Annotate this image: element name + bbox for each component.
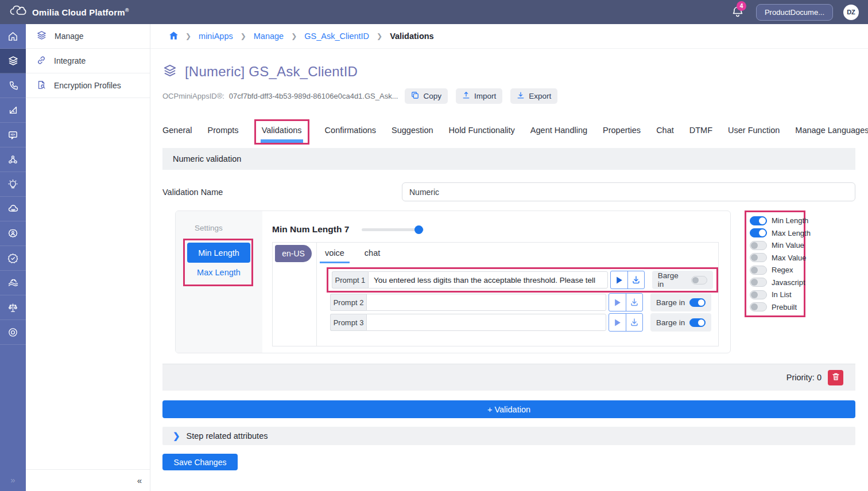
- ocp-cloud-logo-icon: [9, 5, 26, 20]
- rail-badge-check-icon[interactable]: [0, 246, 26, 271]
- tab-properties[interactable]: Properties: [603, 119, 641, 135]
- breadcrumb-separator: ❯: [291, 32, 297, 40]
- prompt-1-input[interactable]: [368, 271, 608, 289]
- tab-hold-functionality[interactable]: Hold Functionality: [449, 119, 515, 135]
- sidebar-item-label: Integrate: [54, 56, 86, 65]
- prompt-1-audio-controls: [610, 271, 645, 289]
- priority-label: Priority: 0: [786, 373, 822, 382]
- tab-confirmations[interactable]: Confirmations: [325, 119, 376, 135]
- save-changes-button[interactable]: Save Changes: [162, 454, 238, 470]
- prompt-3-label: Prompt 3: [330, 314, 366, 331]
- prebuilt-toggle[interactable]: [750, 302, 767, 311]
- sidebar-item-integrate[interactable]: Integrate: [26, 49, 150, 73]
- secondary-sidebar: Manage Integrate Encryption Profiles «: [26, 24, 150, 491]
- copy-button[interactable]: Copy: [405, 88, 448, 104]
- rail-user-gear-icon[interactable]: [0, 221, 26, 246]
- rail-lightbulb-icon[interactable]: [0, 172, 26, 197]
- miniapp-tabs: General Prompts Validations Confirmation…: [162, 119, 855, 146]
- toggle-row-min-length: Min Length: [750, 215, 800, 227]
- sidebar-item-manage[interactable]: Manage: [26, 24, 150, 49]
- notifications-bell-icon[interactable]: 4: [731, 5, 746, 20]
- prompt-2-label: Prompt 2: [330, 294, 366, 311]
- add-validation-button[interactable]: + Validation: [162, 400, 855, 418]
- tab-validations-highlight-annotation: Validations: [254, 119, 309, 145]
- prompt-2-input[interactable]: [366, 294, 606, 311]
- barge-in-toggle[interactable]: [691, 276, 707, 285]
- delete-validation-button[interactable]: [828, 370, 843, 385]
- tab-manage-languages[interactable]: Manage Languages: [795, 119, 868, 135]
- rail-home-icon[interactable]: [0, 24, 26, 49]
- prompt-3-barge-in: Barge in: [650, 313, 711, 332]
- export-button[interactable]: Export: [510, 88, 557, 104]
- min-length-setting-button[interactable]: Min Length: [187, 243, 250, 263]
- account-menu-button[interactable]: ProductDocume...: [756, 4, 833, 21]
- rail-miniapps-layers-icon[interactable]: [0, 49, 26, 73]
- validation-section-header: Numeric validation: [162, 148, 855, 170]
- prompt-3-input[interactable]: [366, 314, 606, 331]
- breadcrumb-home-icon[interactable]: [169, 32, 178, 41]
- tab-general[interactable]: General: [162, 119, 192, 135]
- play-audio-icon[interactable]: [611, 271, 627, 289]
- tab-dtmf[interactable]: DTMF: [689, 119, 712, 135]
- validation-types-highlight-annotation: Min Length Max Length Min Value Max Valu…: [745, 211, 805, 317]
- rail-cloud-icon[interactable]: [0, 197, 26, 221]
- rail-set-square-icon[interactable]: [0, 98, 26, 123]
- download-audio-icon[interactable]: [626, 294, 642, 311]
- user-avatar[interactable]: DZ: [843, 5, 859, 20]
- encryption-doc-icon: [36, 80, 46, 92]
- validation-name-input[interactable]: [402, 182, 855, 201]
- play-audio-icon[interactable]: [609, 294, 626, 311]
- play-audio-icon[interactable]: [609, 314, 626, 331]
- rail-network-nodes-icon[interactable]: [0, 147, 26, 172]
- miniapp-id-label: OCPminiAppsID®:: [162, 92, 224, 100]
- regex-toggle[interactable]: [750, 266, 767, 275]
- prompt-1-barge-in: Barge in: [652, 271, 713, 289]
- barge-in-toggle[interactable]: [689, 318, 706, 327]
- rail-target-icon[interactable]: [0, 320, 26, 345]
- rail-chat-bubble-icon[interactable]: [0, 123, 26, 147]
- toggle-row-in-list: In List: [750, 289, 800, 301]
- sidebar-item-label: Encryption Profiles: [54, 81, 121, 90]
- sidebar-collapse-control[interactable]: «: [26, 469, 150, 491]
- breadcrumb-current: Validations: [390, 32, 434, 41]
- max-length-toggle[interactable]: [750, 228, 767, 237]
- download-audio-icon[interactable]: [626, 314, 642, 331]
- trash-icon: [832, 372, 840, 383]
- tab-chat[interactable]: Chat: [656, 119, 674, 135]
- rail-phone-icon[interactable]: [0, 73, 26, 98]
- tab-user-function[interactable]: User Function: [728, 119, 780, 135]
- tab-validations[interactable]: Validations: [262, 126, 302, 135]
- step-attributes-expander[interactable]: ❯ Step related attributes: [162, 427, 855, 445]
- in-list-toggle[interactable]: [750, 290, 767, 299]
- locale-tab-en-us[interactable]: en-US: [275, 245, 312, 262]
- javascript-toggle[interactable]: [750, 278, 767, 287]
- barge-in-toggle[interactable]: [689, 298, 706, 307]
- max-length-setting-button[interactable]: Max Length: [187, 263, 250, 282]
- miniapp-id-value: 07cf7bfd-dff3-4b53-989d-86106e0ca4d1.GS_…: [229, 92, 398, 100]
- breadcrumb-separator: ❯: [185, 32, 191, 40]
- tab-prompts[interactable]: Prompts: [208, 119, 239, 135]
- breadcrumb-link-miniapps[interactable]: miniApps: [199, 32, 233, 41]
- channel-tab-chat[interactable]: chat: [365, 248, 380, 263]
- channel-tab-voice[interactable]: voice: [320, 248, 350, 263]
- priority-bar: Priority: 0: [162, 364, 855, 391]
- tab-agent-handling[interactable]: Agent Handling: [530, 119, 587, 135]
- breadcrumb-link-miniapp[interactable]: GS_Ask_ClientID: [304, 32, 369, 41]
- breadcrumb-link-manage[interactable]: Manage: [254, 32, 284, 41]
- sidebar-item-encryption-profiles[interactable]: Encryption Profiles: [26, 73, 150, 98]
- rail-plug-icon[interactable]: [0, 271, 26, 295]
- rail-expand-control[interactable]: »: [0, 468, 26, 491]
- rail-scales-icon[interactable]: [0, 295, 26, 320]
- min-length-slider[interactable]: [362, 225, 424, 233]
- breadcrumb: ❯ miniApps ❯ Manage ❯ GS_Ask_ClientID ❯ …: [150, 24, 868, 49]
- page-title: [Numeric] GS_Ask_ClientID: [185, 64, 358, 80]
- tab-suggestion[interactable]: Suggestion: [392, 119, 433, 135]
- max-value-toggle[interactable]: [750, 253, 767, 262]
- min-value-toggle[interactable]: [750, 241, 767, 250]
- validation-card: Settings Min Length Max Length Min Num L…: [175, 211, 731, 353]
- download-audio-icon[interactable]: [627, 271, 644, 289]
- slider-knob[interactable]: [414, 225, 423, 234]
- min-length-toggle[interactable]: [750, 216, 767, 225]
- sidebar-item-label: Manage: [55, 32, 84, 41]
- import-button[interactable]: Import: [456, 88, 502, 104]
